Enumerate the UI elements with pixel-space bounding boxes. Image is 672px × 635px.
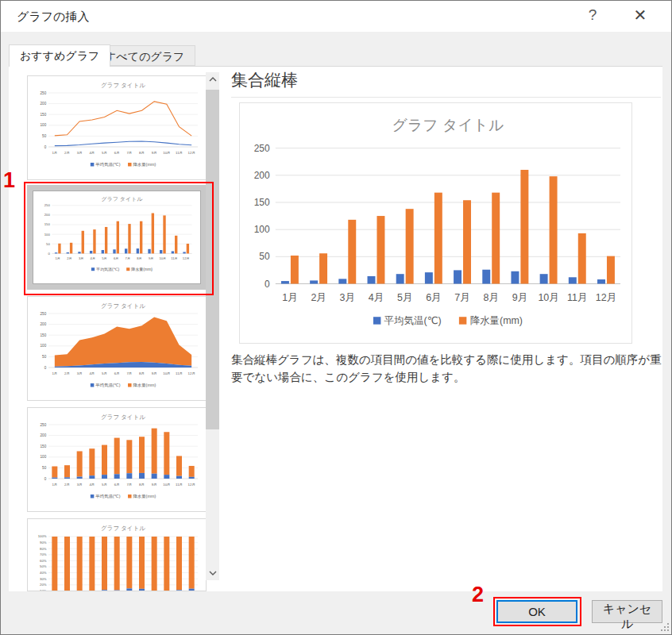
svg-text:100: 100 (41, 455, 47, 459)
svg-text:50: 50 (42, 355, 47, 359)
svg-text:10月: 10月 (163, 371, 170, 375)
svg-text:グラフ タイトル: グラフ タイトル (101, 82, 145, 89)
scroll-up-icon[interactable] (206, 72, 219, 87)
svg-text:0: 0 (44, 145, 47, 149)
svg-text:8月: 8月 (484, 292, 499, 303)
svg-text:3月: 3月 (340, 292, 355, 303)
svg-text:6月: 6月 (114, 483, 120, 487)
percent-stacked-column-preview: 0%10%20%30%40%50%60%70%80%90%100%1月2月3月4… (29, 520, 205, 591)
svg-text:グラフ タイトル: グラフ タイトル (101, 414, 145, 421)
thumbnail-list-scrollbar[interactable] (206, 72, 219, 580)
svg-text:200: 200 (41, 102, 47, 106)
svg-text:降水量(mm): 降水量(mm) (470, 315, 523, 326)
svg-text:10%: 10% (40, 589, 47, 591)
close-icon[interactable]: ✕ (627, 1, 654, 29)
svg-text:50%: 50% (40, 564, 47, 568)
svg-text:平均気温(℃): 平均気温(℃) (95, 494, 120, 498)
svg-text:200: 200 (44, 213, 51, 217)
svg-text:8月: 8月 (139, 483, 145, 487)
svg-text:100%: 100% (38, 534, 47, 538)
svg-text:80%: 80% (40, 547, 47, 551)
dialog-title: グラフの挿入 (17, 1, 89, 32)
svg-text:250: 250 (254, 143, 270, 154)
svg-text:150: 150 (44, 223, 51, 227)
svg-text:10月: 10月 (163, 151, 170, 155)
svg-text:降水量(mm): 降水量(mm) (133, 494, 156, 498)
svg-text:90%: 90% (40, 541, 47, 545)
svg-text:150: 150 (41, 333, 47, 337)
svg-text:2月: 2月 (67, 256, 71, 260)
svg-text:100: 100 (41, 344, 47, 348)
svg-text:200: 200 (254, 170, 270, 181)
svg-text:7月: 7月 (126, 151, 132, 155)
svg-text:150: 150 (41, 113, 47, 117)
svg-text:1月: 1月 (52, 483, 57, 487)
svg-text:0: 0 (44, 477, 47, 481)
svg-text:平均気温(℃): 平均気温(℃) (95, 383, 120, 387)
svg-text:12月: 12月 (183, 256, 190, 260)
svg-text:1月: 1月 (56, 256, 60, 260)
scroll-down-icon[interactable] (206, 566, 219, 580)
svg-text:9月: 9月 (152, 483, 157, 487)
thumbnail-clustered-column-selected[interactable]: 0501001502002501月2月3月4月5月6月7月8月9月10月11月1… (27, 185, 207, 290)
svg-text:4月: 4月 (89, 483, 95, 487)
svg-text:50: 50 (42, 134, 47, 138)
main-chart-preview: 0501001502002501月2月3月4月5月6月7月8月9月10月11月1… (240, 103, 631, 343)
svg-text:12月: 12月 (188, 371, 195, 375)
thumbnail-line-chart[interactable]: 0501001502002501月2月3月4月5月6月7月8月9月10月11月1… (27, 75, 207, 180)
svg-text:グラフ タイトル: グラフ タイトル (101, 302, 145, 310)
svg-text:11月: 11月 (176, 371, 183, 375)
svg-text:20%: 20% (40, 583, 47, 587)
svg-text:3月: 3月 (77, 151, 83, 155)
svg-text:1月: 1月 (52, 151, 57, 155)
tab-recommended-charts[interactable]: おすすめグラフ (9, 44, 110, 67)
svg-text:10月: 10月 (538, 292, 558, 303)
svg-text:1月: 1月 (282, 292, 297, 303)
svg-text:降水量(mm): 降水量(mm) (131, 267, 153, 271)
svg-text:100: 100 (44, 233, 51, 237)
svg-text:0: 0 (44, 366, 47, 370)
svg-text:5月: 5月 (102, 151, 107, 155)
scrollbar-thumb[interactable] (206, 90, 219, 429)
svg-text:5月: 5月 (102, 483, 107, 487)
svg-text:5月: 5月 (397, 292, 412, 303)
svg-text:2月: 2月 (64, 151, 70, 155)
svg-text:平均気温(℃): 平均気温(℃) (95, 162, 120, 167)
stacked-area-preview: 0501001502002501月2月3月4月5月6月7月8月9月10月11月1… (29, 298, 205, 399)
svg-text:9月: 9月 (512, 292, 527, 303)
line-chart-preview: 0501001502002501月2月3月4月5月6月7月8月9月10月11月1… (29, 77, 205, 179)
svg-text:12月: 12月 (596, 292, 616, 303)
svg-text:100: 100 (41, 123, 47, 127)
dialog-titlebar: グラフの挿入 ? ✕ (1, 1, 671, 32)
ok-button[interactable]: OK (496, 600, 577, 623)
svg-text:降水量(mm): 降水量(mm) (133, 383, 156, 387)
svg-text:6月: 6月 (114, 371, 120, 375)
svg-text:グラフ タイトル: グラフ タイトル (392, 117, 504, 133)
svg-text:4月: 4月 (91, 256, 95, 260)
thumbnail-percent-stacked-column[interactable]: 0%10%20%30%40%50%60%70%80%90%100%1月2月3月4… (27, 518, 207, 591)
svg-text:降水量(mm): 降水量(mm) (133, 162, 156, 167)
svg-text:平均気温(℃): 平均気温(℃) (96, 267, 120, 272)
svg-text:6月: 6月 (114, 151, 120, 155)
svg-text:2月: 2月 (64, 483, 70, 487)
svg-text:11月: 11月 (567, 292, 587, 303)
svg-text:4月: 4月 (369, 292, 384, 303)
svg-text:10月: 10月 (163, 483, 170, 487)
svg-text:12月: 12月 (188, 483, 195, 487)
svg-text:5月: 5月 (102, 256, 106, 260)
svg-text:4月: 4月 (89, 151, 95, 155)
thumbnail-stacked-column[interactable]: 0501001502002501月2月3月4月5月6月7月8月9月10月11月1… (27, 407, 207, 512)
svg-text:11月: 11月 (176, 151, 183, 155)
insert-chart-dialog: グラフの挿入 ? ✕ おすすめグラフ すべてのグラフ 0501001502002… (0, 0, 672, 635)
help-icon[interactable]: ? (579, 1, 606, 29)
svg-text:3月: 3月 (79, 256, 83, 260)
svg-text:2月: 2月 (311, 292, 326, 303)
thumbnail-stacked-area[interactable]: 0501001502002501月2月3月4月5月6月7月8月9月10月11月1… (27, 296, 207, 401)
cancel-button[interactable]: キャンセル (592, 600, 662, 623)
svg-text:3月: 3月 (77, 371, 83, 375)
svg-text:250: 250 (41, 312, 47, 316)
svg-text:250: 250 (41, 91, 47, 95)
svg-text:8月: 8月 (139, 371, 145, 375)
svg-text:250: 250 (44, 203, 51, 207)
svg-text:9月: 9月 (152, 371, 157, 375)
